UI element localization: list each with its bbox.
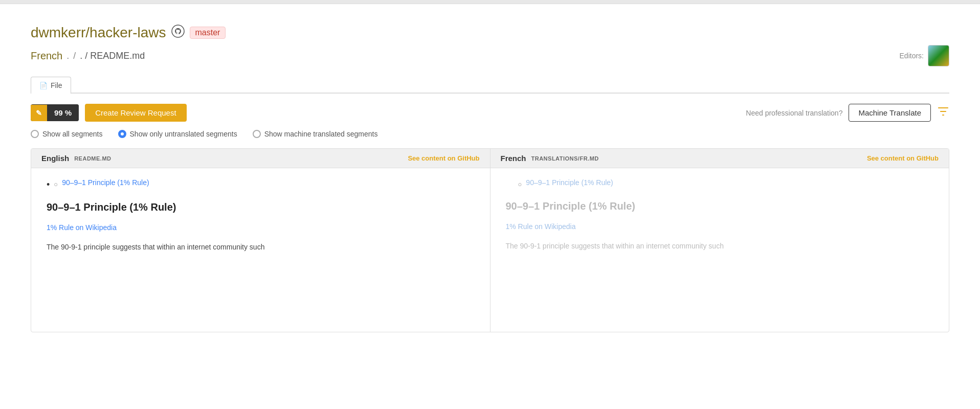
actions-left: ✎ 99 % Create Review Request — [31, 104, 187, 122]
tabs-bar: 📄 File — [31, 77, 949, 94]
bullet-dot: • — [47, 178, 50, 191]
machine-translate-button[interactable]: Machine Translate — [849, 104, 931, 122]
circle-bullet: ○ — [54, 178, 58, 190]
repo-title: dwmkerr/hacker-laws — [31, 25, 166, 41]
segment-heading: 90–9–1 Principle (1% Rule) — [47, 201, 475, 213]
progress-percent: 99 % — [47, 104, 79, 121]
french-lang-label: French — [501, 154, 526, 163]
french-list-item-row: ○ 90–9–1 Principle (1% Rule) — [506, 178, 934, 190]
branch-badge: master — [190, 27, 226, 39]
english-wiki-link[interactable]: 1% Rule on Wikipedia — [47, 223, 117, 232]
progress-badge: ✎ 99 % — [31, 104, 79, 121]
french-heading: 90–9–1 Principle (1% Rule) — [506, 200, 934, 212]
french-body-text: The 90-9-1 principle suggests that withi… — [506, 241, 934, 252]
filter-machine-translated-segments[interactable]: Show machine translated segments — [253, 130, 378, 138]
french-col-header-left: French translations/fr.md — [501, 154, 599, 163]
english-lang-label: English — [41, 154, 69, 163]
english-col-header: English README.md See content on GitHub — [31, 149, 490, 168]
segments-filter-row: Show all segments Show only untranslated… — [31, 130, 949, 138]
professional-translation-text: Need professional translation? — [746, 109, 842, 117]
list-item-row: • ○ 90–9–1 Principle (1% Rule) — [47, 178, 475, 191]
segment-body: The 90-9-1 principle suggests that withi… — [47, 242, 475, 253]
github-icon — [171, 25, 185, 41]
file-tab-icon: 📄 — [39, 82, 48, 89]
create-review-button[interactable]: Create Review Request — [85, 104, 186, 122]
english-filename: README.md — [74, 155, 111, 162]
filter-untranslated-label: Show only untranslated segments — [130, 130, 237, 138]
content-table: English README.md See content on GitHub … — [31, 148, 949, 332]
editors-section: Editors: — [900, 45, 949, 66]
french-wiki-link[interactable]: 1% Rule on Wikipedia — [506, 222, 576, 231]
french-circle-bullet: ○ — [518, 178, 522, 190]
french-segment-list-item: ○ 90–9–1 Principle (1% Rule) — [506, 178, 934, 190]
french-segment-wiki-link: 1% Rule on Wikipedia — [506, 222, 934, 231]
filter-machine-label: Show machine translated segments — [264, 130, 378, 138]
segment-list-item: • ○ 90–9–1 Principle (1% Rule) — [47, 178, 475, 191]
english-body-text: The 90-9-1 principle suggests that withi… — [47, 242, 475, 253]
file-path-slash: / — [73, 51, 76, 61]
main-container: dwmkerr/hacker-laws master French . / . … — [0, 4, 980, 409]
segment-wiki-link: 1% Rule on Wikipedia — [47, 223, 475, 232]
radio-untranslated — [118, 130, 126, 138]
tab-file[interactable]: 📄 File — [31, 77, 71, 94]
file-path-name: . / README.md — [80, 51, 145, 61]
filter-all-label: Show all segments — [42, 130, 103, 138]
pencil-icon: ✎ — [31, 105, 47, 121]
french-col-header: French translations/fr.md See content on… — [491, 149, 949, 168]
radio-machine — [253, 130, 261, 138]
english-content-body: • ○ 90–9–1 Principle (1% Rule) 90–9–1 Pr… — [31, 168, 490, 332]
svg-point-0 — [172, 25, 184, 37]
editor-avatar — [928, 45, 949, 66]
french-filename: translations/fr.md — [531, 155, 599, 162]
repo-header: dwmkerr/hacker-laws master — [31, 25, 949, 41]
top-bar — [0, 0, 980, 4]
french-column: French translations/fr.md See content on… — [491, 149, 949, 332]
language-label: French — [31, 50, 62, 62]
radio-all — [31, 130, 39, 138]
french-segment-body: The 90-9-1 principle suggests that withi… — [506, 241, 934, 252]
french-github-link[interactable]: See content on GitHub — [867, 154, 939, 162]
english-github-link[interactable]: See content on GitHub — [408, 154, 479, 162]
file-path-left: French . / . / README.md — [31, 50, 145, 62]
english-col-header-left: English README.md — [41, 154, 112, 163]
tab-file-label: File — [51, 81, 62, 89]
file-path-separator: . — [66, 51, 69, 61]
english-column: English README.md See content on GitHub … — [31, 149, 490, 332]
file-path-row: French . / . / README.md Editors: — [31, 45, 949, 66]
french-content-body: ○ 90–9–1 Principle (1% Rule) 90–9–1 Prin… — [491, 168, 949, 332]
french-segment-heading: 90–9–1 Principle (1% Rule) — [506, 200, 934, 212]
editors-label: Editors: — [900, 52, 924, 60]
filter-all-segments[interactable]: Show all segments — [31, 130, 103, 138]
french-list-link[interactable]: 90–9–1 Principle (1% Rule) — [526, 178, 613, 187]
english-list-link[interactable]: 90–9–1 Principle (1% Rule) — [62, 178, 149, 187]
actions-row: ✎ 99 % Create Review Request Need profes… — [31, 104, 949, 122]
filter-untranslated-segments[interactable]: Show only untranslated segments — [118, 130, 237, 138]
filter-icon[interactable] — [937, 105, 949, 121]
english-heading: 90–9–1 Principle (1% Rule) — [47, 201, 475, 213]
actions-right: Need professional translation? Machine T… — [746, 104, 949, 122]
